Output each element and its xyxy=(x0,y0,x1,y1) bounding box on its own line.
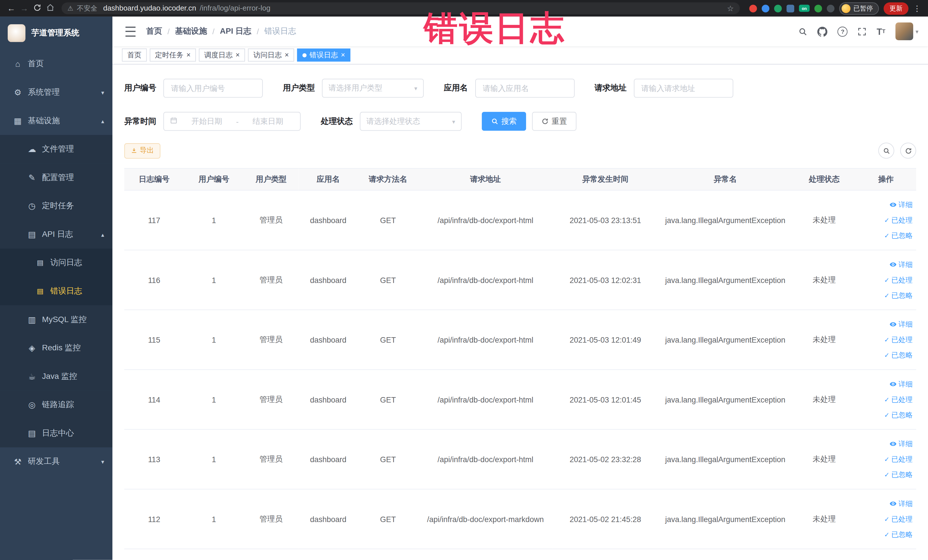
action-detail-link[interactable]: 详细 xyxy=(858,317,913,332)
cell-time: 2021-05-03 12:01:45 xyxy=(553,370,658,430)
close-icon[interactable]: × xyxy=(236,51,240,58)
action-processed-link[interactable]: ✓已处理 xyxy=(858,511,913,526)
help-icon[interactable]: ? xyxy=(838,26,847,36)
close-icon[interactable]: × xyxy=(285,51,289,58)
close-icon[interactable]: × xyxy=(186,51,191,58)
refresh-button[interactable] xyxy=(900,143,916,159)
action-ignored-link[interactable]: ✓已忽略 xyxy=(858,467,913,482)
breadcrumb-separator: / xyxy=(168,27,170,36)
browser-back-icon[interactable]: ← xyxy=(5,4,18,12)
action-detail-link[interactable]: 详细 xyxy=(858,257,913,272)
action-detail-link[interactable]: 详细 xyxy=(858,376,913,392)
request-url-input[interactable] xyxy=(633,79,733,98)
extension-red-circle-icon[interactable] xyxy=(749,5,757,12)
breadcrumb-item[interactable]: 首页 xyxy=(146,26,162,37)
search-toggle-button[interactable] xyxy=(878,143,894,159)
extension-blue-drop-icon[interactable] xyxy=(762,5,769,12)
tools-icon: ⚒ xyxy=(12,457,23,467)
search-icon[interactable] xyxy=(798,27,807,36)
action-label: 已处理 xyxy=(891,511,913,526)
tab-item[interactable]: 定时任务× xyxy=(150,49,196,62)
exception-time-range-picker[interactable]: 开始日期-结束日期 xyxy=(163,112,301,131)
export-button[interactable]: 导出 xyxy=(124,143,160,158)
tab-item[interactable]: 首页 xyxy=(122,49,147,62)
sidebar-item[interactable]: ▤日志中心 xyxy=(0,419,112,448)
extension-on-badge-icon[interactable]: on xyxy=(799,5,810,12)
table-toolbar: 导出 xyxy=(124,143,916,159)
sidebar-item[interactable]: ⌂首页 xyxy=(0,50,112,78)
browser-update-button[interactable]: 更新 xyxy=(884,2,908,15)
extension-green-circle-icon[interactable] xyxy=(774,5,782,12)
bookmark-star-icon[interactable]: ☆ xyxy=(727,4,734,12)
config-icon: ✎ xyxy=(26,173,38,182)
sidebar-item[interactable]: ☁文件管理 xyxy=(0,135,112,163)
eye-icon xyxy=(890,441,897,448)
action-ignored-link[interactable]: ✓已忽略 xyxy=(858,526,913,542)
browser-menu-icon[interactable]: ⋮ xyxy=(913,4,921,12)
extension-green-leaf-icon[interactable] xyxy=(815,5,822,12)
breadcrumb-item[interactable]: API 日志 xyxy=(220,26,252,37)
browser-forward-icon[interactable]: → xyxy=(18,4,31,12)
action-ignored-link[interactable]: ✓已忽略 xyxy=(858,407,913,423)
action-detail-link[interactable]: 详细 xyxy=(858,496,913,511)
action-label: 已忽略 xyxy=(891,228,913,243)
process-status-select[interactable]: 请选择处理状态▾ xyxy=(360,112,462,131)
app-name-input[interactable] xyxy=(475,79,575,98)
table-header-row: 日志编号用户编号用户类型应用名请求方法名请求地址异常发生时间异常名处理状态操作 xyxy=(124,168,916,190)
browser-home-icon[interactable] xyxy=(44,3,57,13)
fullscreen-icon[interactable] xyxy=(858,27,867,36)
tab-item[interactable]: 调度日志× xyxy=(199,49,245,62)
doc-icon: ▤ xyxy=(34,259,46,267)
cell-id: 116 xyxy=(124,250,184,310)
action-detail-link[interactable]: 详细 xyxy=(858,197,913,212)
sidebar-item[interactable]: ⚙系统管理▾ xyxy=(0,78,112,107)
sidebar-item[interactable]: ◎链路追踪 xyxy=(0,391,112,419)
sidebar-item[interactable]: ⚒研发工具▾ xyxy=(0,447,112,476)
action-processed-link[interactable]: ✓已处理 xyxy=(858,452,913,467)
user-type-select[interactable]: 请选择用户类型▾ xyxy=(322,79,424,98)
cell-status: 未处理 xyxy=(793,370,856,430)
reset-button[interactable]: 重置 xyxy=(532,112,577,131)
action-label: 已忽略 xyxy=(891,467,913,482)
action-ignored-link[interactable]: ✓已忽略 xyxy=(858,228,913,243)
action-ignored-link[interactable]: ✓已忽略 xyxy=(858,288,913,303)
extension-dark-plug-icon[interactable] xyxy=(827,5,835,12)
breadcrumb-item[interactable]: 基础设施 xyxy=(175,26,207,37)
profile-sync-chip[interactable]: 已暂停 xyxy=(839,2,879,15)
user-avatar-menu[interactable]: ▾ xyxy=(896,23,919,40)
filter-label: 处理状态 xyxy=(321,116,353,127)
address-bar[interactable]: ⚠ 不安全 dashboard.yudao.iocoder.cn /infra/… xyxy=(62,2,740,14)
url-host: dashboard.yudao.iocoder.cn xyxy=(103,4,196,12)
close-icon[interactable]: × xyxy=(341,51,345,58)
sidebar-toggle-icon[interactable] xyxy=(125,26,136,36)
sidebar-item[interactable]: ▥MySQL 监控 xyxy=(0,305,112,334)
action-processed-link[interactable]: ✓已处理 xyxy=(858,392,913,407)
action-processed-link[interactable]: ✓已处理 xyxy=(858,332,913,348)
font-size-icon[interactable]: TT xyxy=(877,27,885,36)
sidebar-item[interactable]: ◷定时任务 xyxy=(0,192,112,220)
tab-active[interactable]: 错误日志× xyxy=(297,49,351,62)
sidebar-logo-row[interactable]: 芋道管理系统 xyxy=(0,17,112,50)
sidebar-item[interactable]: ☕Java 监控 xyxy=(0,362,112,391)
action-processed-link[interactable]: ✓已处理 xyxy=(858,272,913,288)
sidebar-item[interactable]: ◈Redis 监控 xyxy=(0,334,112,362)
tab-item[interactable]: 访问日志× xyxy=(248,49,294,62)
cell-user_id: 1 xyxy=(184,489,244,549)
sidebar-item[interactable]: ▦基础设施▴ xyxy=(0,107,112,135)
action-detail-link[interactable]: 详细 xyxy=(858,436,913,452)
url-path: /infra/log/api-error-log xyxy=(200,4,270,12)
search-button[interactable]: 搜索 xyxy=(482,112,527,131)
action-processed-link[interactable]: ✓已处理 xyxy=(858,212,913,228)
table-row: 1131管理员dashboardGET/api/infra/db-doc/exp… xyxy=(124,429,916,489)
cell-app_name: dashboard xyxy=(298,489,358,549)
browser-reload-icon[interactable] xyxy=(31,3,44,13)
sidebar-item[interactable]: ▤API 日志▴ xyxy=(0,220,112,249)
sidebar-item[interactable]: ✎配置管理 xyxy=(0,163,112,192)
sidebar-item-active[interactable]: ▤错误日志 xyxy=(0,277,112,305)
column-header: 请求方法名 xyxy=(358,168,418,190)
action-ignored-link[interactable]: ✓已忽略 xyxy=(858,348,913,363)
sidebar-item[interactable]: ▤访问日志 xyxy=(0,249,112,277)
user-id-input[interactable] xyxy=(163,79,263,98)
extension-blue-grid-icon[interactable] xyxy=(786,5,794,12)
github-icon[interactable] xyxy=(818,26,827,36)
